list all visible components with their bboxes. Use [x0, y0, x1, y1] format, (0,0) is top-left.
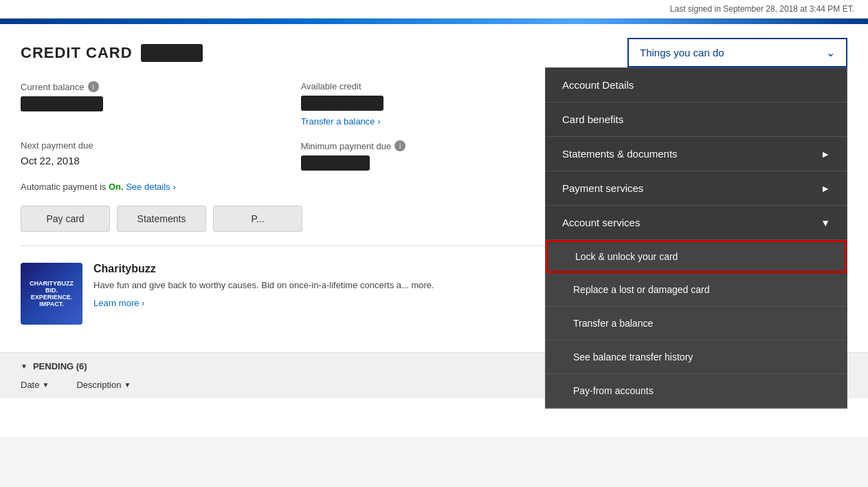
- more-button[interactable]: P...: [213, 206, 302, 232]
- dropdown-item-payment-services[interactable]: Payment services ►: [546, 171, 847, 206]
- see-details-link[interactable]: See details ›: [126, 182, 175, 192]
- next-payment-date: Oct 22, 2018: [21, 155, 287, 166]
- available-credit-label: Available credit: [301, 81, 568, 91]
- minimum-payment-section: Minimum payment due i: [301, 140, 568, 171]
- things-dropdown-button[interactable]: Things you can do ⌄: [627, 38, 847, 67]
- dropdown-label-payment-services: Payment services: [562, 182, 643, 194]
- pay-card-button[interactable]: Pay card: [21, 206, 110, 232]
- main-content: CREDIT CARD Things you can do ⌄ Account …: [0, 24, 868, 437]
- dropdown-menu: Account Details Card benefits Statements…: [545, 67, 847, 409]
- dropdown-label-see-balance-history: See balance transfer history: [573, 351, 693, 362]
- next-payment-section: Next payment due Oct 22, 2018: [21, 140, 287, 171]
- sort-arrow-icon: ▼: [124, 381, 131, 389]
- learn-more-link[interactable]: Learn more ›: [93, 298, 144, 308]
- available-credit-section: Available credit Transfer a balance ›: [301, 81, 568, 127]
- charitybuzz-description: Have fun and give back to worthy causes.…: [93, 279, 434, 292]
- dropdown-item-statements-docs[interactable]: Statements & documents ►: [546, 137, 847, 171]
- dropdown-label-account-details: Account Details: [562, 79, 634, 91]
- transfer-balance-link[interactable]: Transfer a balance ›: [301, 116, 568, 127]
- arrow-right-icon: ►: [821, 149, 830, 160]
- top-bar: Last signed in September 28, 2018 at 3:4…: [0, 0, 868, 19]
- charitybuzz-logo: CHARITYBUZZ BID. EXPERIENCE. IMPACT.: [21, 263, 82, 325]
- dropdown-item-lock-unlock[interactable]: Lock & unlock your card: [546, 240, 847, 273]
- credit-card-title: CREDIT CARD: [21, 44, 203, 62]
- pending-label: PENDING (6): [33, 361, 87, 371]
- available-credit-value: [301, 96, 383, 111]
- current-balance-label: Current balance i: [21, 81, 287, 92]
- current-balance-section: Current balance i: [21, 81, 287, 127]
- card-number-redacted: [141, 44, 203, 62]
- things-dropdown-label: Things you can do: [640, 47, 724, 58]
- autopay-status: On.: [109, 182, 124, 192]
- dropdown-label-card-benefits: Card benefits: [562, 113, 623, 125]
- chevron-down-icon: ⌄: [826, 46, 835, 59]
- dropdown-label-transfer-balance: Transfer a balance: [573, 318, 653, 329]
- things-dropdown-container: Things you can do ⌄ Account Details Card…: [627, 38, 847, 67]
- dropdown-item-see-balance-history[interactable]: See balance transfer history: [546, 340, 847, 374]
- next-payment-label: Next payment due: [21, 140, 287, 151]
- dropdown-item-transfer-balance[interactable]: Transfer a balance: [546, 307, 847, 340]
- dropdown-item-account-services[interactable]: Account services ▼: [546, 206, 847, 240]
- dropdown-label-account-services: Account services: [562, 217, 640, 228]
- sort-arrow-icon: ▼: [42, 381, 49, 389]
- credit-card-header: CREDIT CARD Things you can do ⌄ Account …: [21, 38, 847, 67]
- arrow-down-icon: ▼: [821, 217, 830, 228]
- description-column-header[interactable]: Description ▼: [76, 380, 131, 390]
- last-signed-in: Last signed in September 28, 2018 at 3:4…: [670, 4, 854, 14]
- dropdown-label-pay-from-accounts: Pay-from accounts: [573, 385, 654, 396]
- dropdown-item-account-details[interactable]: Account Details: [546, 68, 847, 102]
- page-title: CREDIT CARD: [21, 44, 133, 62]
- current-balance-info-icon[interactable]: i: [88, 81, 99, 92]
- charitybuzz-content: Charitybuzz Have fun and give back to wo…: [93, 263, 434, 325]
- pending-triangle-icon: ▼: [21, 362, 27, 370]
- arrow-right-icon: ►: [821, 183, 830, 194]
- dropdown-item-replace-card[interactable]: Replace a lost or damaged card: [546, 273, 847, 307]
- dropdown-label-statements-docs: Statements & documents: [562, 148, 678, 160]
- minimum-payment-value: [301, 155, 370, 171]
- blue-accent-bar: [0, 19, 868, 24]
- charitybuzz-title: Charitybuzz: [93, 263, 434, 275]
- statements-button[interactable]: Statements: [117, 206, 206, 232]
- dropdown-item-pay-from-accounts[interactable]: Pay-from accounts: [546, 374, 847, 408]
- dropdown-label-lock-unlock: Lock & unlock your card: [575, 251, 678, 262]
- minimum-payment-label: Minimum payment due i: [301, 140, 568, 151]
- dropdown-item-card-benefits[interactable]: Card benefits: [546, 102, 847, 137]
- minimum-payment-info-icon[interactable]: i: [394, 140, 405, 151]
- dropdown-label-replace-card: Replace a lost or damaged card: [573, 284, 709, 295]
- date-column-header[interactable]: Date ▼: [21, 380, 49, 390]
- current-balance-value: [21, 96, 103, 111]
